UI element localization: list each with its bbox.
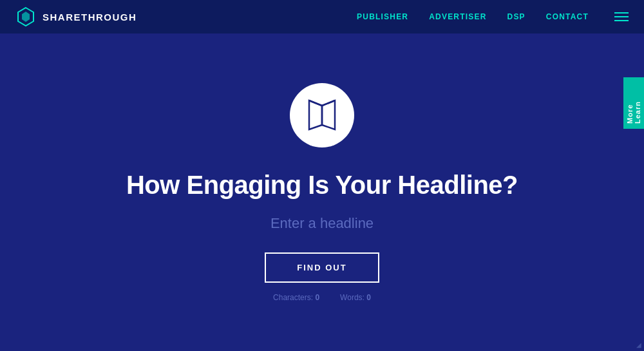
- headline-input[interactable]: [193, 215, 451, 232]
- words-value: 0: [366, 293, 371, 302]
- logo-circle: [290, 83, 354, 147]
- resize-hint: ◢: [636, 341, 641, 348]
- hamburger-menu[interactable]: [614, 12, 629, 21]
- main-headline: How Engaging Is Your Headline?: [126, 171, 518, 200]
- sharethrough-symbol: [303, 94, 341, 136]
- hamburger-line-2: [614, 16, 629, 17]
- svg-marker-1: [22, 12, 30, 22]
- hamburger-line-1: [614, 12, 629, 14]
- words-stat: Words: 0: [340, 293, 371, 302]
- logo[interactable]: SHARETHROUGH: [15, 6, 137, 27]
- navbar: SHARETHROUGH PUBLISHER ADVERTISER DSP CO…: [0, 0, 644, 33]
- main-content: How Engaging Is Your Headline? FIND OUT …: [0, 33, 644, 351]
- find-out-button[interactable]: FIND OUT: [265, 252, 379, 283]
- nav-links: PUBLISHER ADVERTISER DSP CONTACT: [357, 12, 629, 21]
- characters-label: Characters:: [273, 293, 313, 302]
- learn-more-tab[interactable]: Learn More: [623, 77, 644, 129]
- nav-advertiser[interactable]: ADVERTISER: [429, 12, 486, 21]
- words-label: Words:: [340, 293, 365, 302]
- characters-stat: Characters: 0: [273, 293, 319, 302]
- nav-publisher[interactable]: PUBLISHER: [357, 12, 408, 21]
- nav-dsp[interactable]: DSP: [507, 12, 526, 21]
- characters-value: 0: [315, 293, 319, 302]
- nav-contact[interactable]: CONTACT: [546, 12, 589, 21]
- logo-text: SHARETHROUGH: [43, 12, 137, 23]
- logo-icon: [15, 6, 36, 27]
- hamburger-line-3: [614, 20, 629, 21]
- stats-row: Characters: 0 Words: 0: [273, 293, 371, 302]
